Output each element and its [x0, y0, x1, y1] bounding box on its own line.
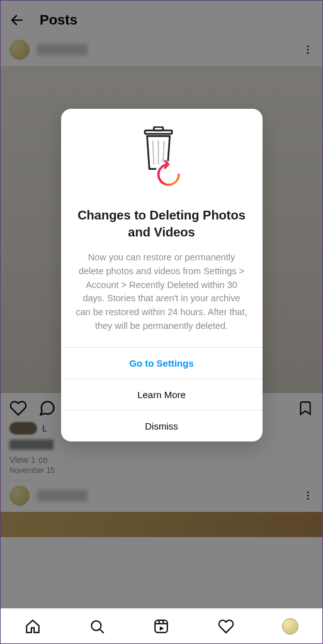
- dialog-description: Now you can restore or permanently delet…: [75, 251, 249, 333]
- trash-restore-icon: [133, 126, 190, 196]
- delete-changes-dialog: Changes to Deleting Photos and Videos No…: [61, 109, 263, 441]
- reels-icon[interactable]: [153, 618, 169, 635]
- search-icon[interactable]: [89, 618, 105, 635]
- svg-rect-8: [154, 127, 162, 130]
- profile-avatar[interactable]: [282, 618, 298, 635]
- learn-more-button[interactable]: Learn More: [61, 379, 263, 410]
- dialog-title: Changes to Deleting Photos and Videos: [75, 207, 249, 241]
- svg-line-11: [162, 141, 164, 165]
- svg-marker-19: [160, 626, 164, 631]
- svg-rect-15: [156, 620, 168, 633]
- go-to-settings-button[interactable]: Go to Settings: [61, 347, 263, 379]
- svg-line-14: [100, 629, 104, 633]
- home-icon[interactable]: [25, 618, 41, 635]
- dismiss-button[interactable]: Dismiss: [61, 410, 263, 441]
- svg-point-13: [92, 621, 101, 630]
- bottom-nav: [1, 608, 322, 643]
- svg-line-9: [152, 141, 154, 165]
- activity-icon[interactable]: [218, 618, 234, 635]
